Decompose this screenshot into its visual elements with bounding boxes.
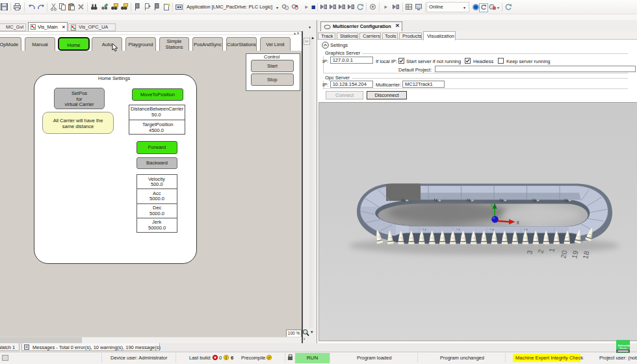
svg-text:z: z bbox=[490, 202, 493, 208]
svg-text:x: x bbox=[517, 219, 520, 226]
svg-text:20: 20 bbox=[559, 250, 568, 259]
svg-text:18: 18 bbox=[581, 250, 590, 259]
svg-text:Electric: Electric bbox=[619, 347, 627, 350]
svg-text:19: 19 bbox=[570, 250, 579, 259]
